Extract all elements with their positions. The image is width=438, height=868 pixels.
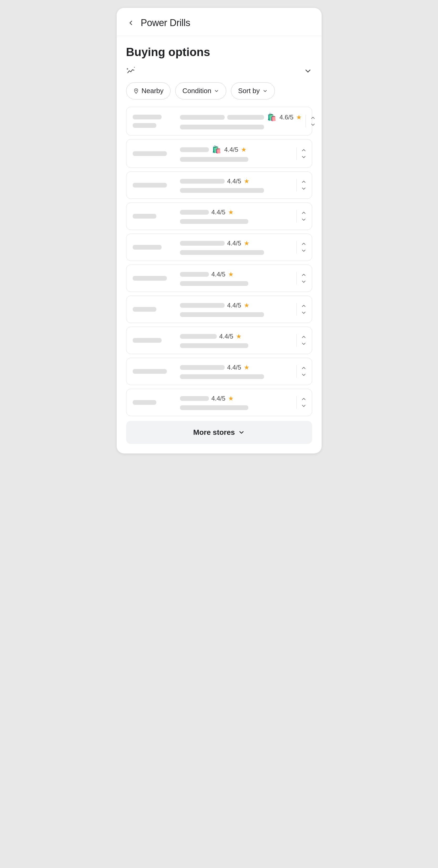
sort-chevron-icon: [263, 88, 268, 94]
expand-button[interactable]: [296, 303, 307, 316]
rating-text: 4.4/5: [224, 146, 238, 153]
rating-line: 4.4/5 ★: [180, 271, 293, 278]
nearby-filter-button[interactable]: Nearby: [126, 82, 171, 99]
chevron-up-icon: [301, 147, 307, 153]
skeleton-bar: [180, 343, 248, 348]
chevron-down-icon: [310, 122, 316, 128]
store-middle-col: 4.4/5 ★: [180, 240, 293, 255]
skeleton-bar: [180, 219, 248, 224]
sparkline-icon: [126, 66, 136, 76]
google-shop-icon: 🛍️: [267, 113, 276, 122]
chevron-down-icon: [301, 279, 307, 285]
star-icon: ★: [228, 271, 234, 278]
skeleton-bar: [133, 115, 162, 119]
expand-button[interactable]: [296, 210, 307, 222]
rating-text: 4.4/5: [227, 178, 241, 185]
condition-filter-button[interactable]: Condition: [175, 82, 226, 99]
rating-line: 4.4/5 ★: [180, 395, 293, 402]
skeleton-bar: [180, 115, 225, 120]
store-middle-col: 4.4/5 ★: [180, 333, 293, 348]
store-row: 🛍️ 4.4/5 ★: [126, 139, 312, 168]
rating-text: 4.4/5: [227, 302, 241, 309]
star-icon: ★: [244, 302, 249, 309]
section-title: Buying options: [126, 45, 312, 59]
expand-button[interactable]: [296, 272, 307, 285]
skeleton-bar: [180, 272, 209, 277]
rating-line: 4.4/5 ★: [180, 302, 293, 309]
collapse-button[interactable]: [304, 67, 312, 75]
chevron-up-icon: [301, 303, 307, 309]
store-left-col: [133, 183, 175, 188]
expand-button[interactable]: [296, 396, 307, 409]
skeleton-bar: [133, 276, 167, 281]
skeleton-bar: [180, 365, 225, 370]
store-middle-col: 4.4/5 ★: [180, 178, 293, 193]
ai-chart-icon: [126, 66, 136, 76]
store-middle-col: 4.4/5 ★: [180, 395, 293, 410]
rating-line: 4.4/5 ★: [180, 209, 293, 216]
skeleton-bar: [180, 157, 248, 162]
chevron-down-icon: [301, 154, 307, 160]
main-card: Power Drills Buying options: [117, 8, 322, 454]
store-row: 4.4/5 ★: [126, 203, 312, 230]
skeleton-bar: [133, 214, 156, 219]
skeleton-bar: [180, 188, 264, 193]
skeleton-bar: [180, 281, 248, 286]
condition-chevron-icon: [214, 88, 219, 94]
chevron-down-icon: [301, 372, 307, 378]
expand-button[interactable]: [296, 241, 307, 254]
chevron-up-icon: [301, 396, 307, 402]
filter-row: Nearby Condition Sort by: [126, 82, 312, 99]
star-icon: ★: [296, 114, 302, 121]
chevron-down-icon: [301, 310, 307, 316]
rating-text: 4.4/5: [227, 240, 241, 247]
store-left-col: [133, 338, 175, 343]
store-middle-col: 4.4/5 ★: [180, 302, 293, 317]
rating-text: 4.6/5: [279, 114, 294, 121]
skeleton-bar: [133, 183, 167, 188]
sort-by-filter-button[interactable]: Sort by: [231, 82, 275, 99]
chevron-down-icon: [301, 186, 307, 191]
skeleton-bar: [180, 210, 209, 215]
expand-button[interactable]: [296, 179, 307, 191]
expand-button[interactable]: [296, 334, 307, 347]
ai-insights-row: [126, 66, 312, 76]
rating-text: 4.4/5: [211, 395, 226, 402]
location-pin-icon: [133, 88, 139, 94]
skeleton-bar: [133, 151, 167, 156]
more-stores-button[interactable]: More stores: [126, 421, 312, 444]
store-row: 4.4/5 ★: [126, 327, 312, 354]
skeleton-bar: [133, 369, 167, 374]
star-icon: ★: [244, 364, 249, 371]
nearby-label: Nearby: [142, 87, 164, 95]
rating-line: 4.4/5 ★: [180, 178, 293, 185]
skeleton-bar: [180, 250, 264, 255]
skeleton-bar: [180, 334, 217, 339]
rating-line: 4.4/5 ★: [180, 240, 293, 247]
chevron-up-icon: [301, 210, 307, 216]
store-middle-col: 🛍️ 4.4/5 ★: [180, 145, 293, 162]
store-row: 🛍️ 4.6/5 ★: [126, 107, 312, 135]
skeleton-bar: [180, 312, 264, 317]
back-button[interactable]: [126, 18, 136, 28]
expand-button[interactable]: [296, 147, 307, 160]
expand-button[interactable]: [296, 365, 307, 378]
store-left-col: [133, 307, 175, 312]
chevron-up-icon: [301, 365, 307, 371]
store-row: 4.4/5 ★: [126, 296, 312, 323]
skeleton-bar: [133, 123, 156, 128]
skeleton-bar: [133, 400, 156, 405]
expand-button[interactable]: [306, 115, 316, 128]
rating-line: 4.4/5 ★: [180, 364, 293, 371]
rating-text: 4.4/5: [211, 209, 226, 216]
rating-line: 🛍️ 4.4/5 ★: [180, 145, 293, 154]
back-arrow-icon: [127, 19, 135, 27]
star-icon: ★: [244, 240, 249, 247]
skeleton-bar: [227, 115, 264, 120]
store-row: 4.4/5 ★: [126, 234, 312, 261]
store-left-col: [133, 400, 175, 405]
sort-by-label: Sort by: [238, 87, 260, 95]
star-icon: ★: [241, 146, 247, 153]
star-icon: ★: [228, 395, 234, 402]
skeleton-bar: [180, 179, 225, 184]
